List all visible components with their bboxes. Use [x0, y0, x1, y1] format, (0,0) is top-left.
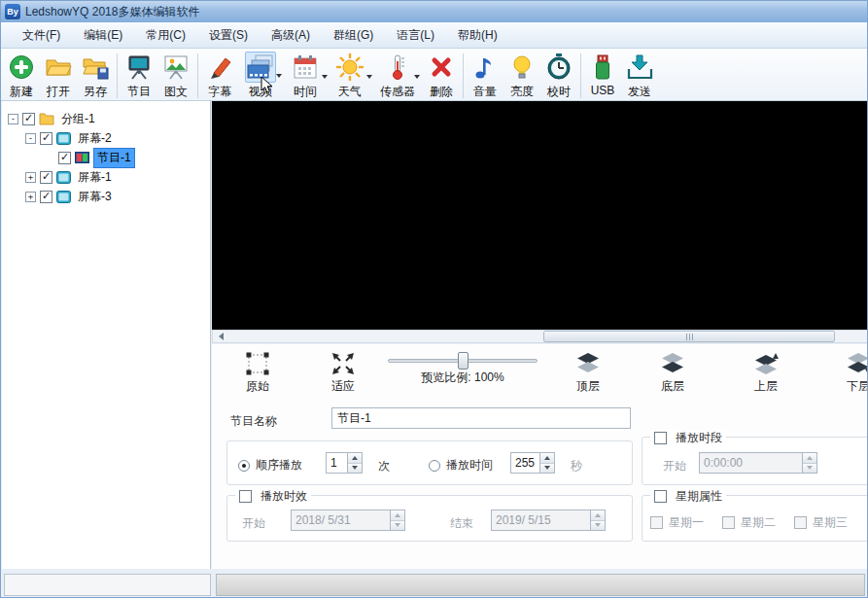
graphic-text-button[interactable]: 图文: [157, 51, 194, 100]
sequence-play-label: 顺序播放: [256, 457, 302, 474]
toolbar-separator: [117, 53, 118, 98]
week-property-label: 星期属性: [676, 488, 722, 505]
menu-group[interactable]: 群组(G): [322, 23, 385, 48]
fit-button[interactable]: 适应: [318, 351, 368, 395]
bulb-icon: [506, 52, 538, 83]
timing-button[interactable]: 校时: [540, 51, 577, 100]
menu-edit[interactable]: 编辑(E): [72, 23, 134, 48]
spin-up-icon[interactable]: [803, 453, 816, 464]
expand-icon[interactable]: +: [25, 172, 36, 183]
validity-end-input[interactable]: [491, 510, 590, 531]
sensor-button[interactable]: 传感器: [372, 51, 423, 100]
screen3-checkbox[interactable]: [40, 191, 52, 203]
send-button[interactable]: 发送: [621, 51, 658, 100]
weather-button[interactable]: 天气: [328, 51, 372, 100]
time-dropdown-arrow-icon[interactable]: [322, 75, 328, 79]
zoom-level-label: 预览比例: 100%: [388, 369, 538, 386]
sequence-count-input[interactable]: [326, 452, 347, 474]
expand-icon[interactable]: +: [25, 192, 36, 202]
tree-item-program1[interactable]: 节目-1: [93, 148, 135, 168]
new-button[interactable]: 新建: [3, 51, 40, 100]
program-preview-canvas[interactable]: [212, 101, 868, 330]
scroll-left-arrow-icon[interactable]: [214, 332, 227, 341]
wednesday-checkbox[interactable]: [794, 516, 807, 529]
subtitle-button[interactable]: 字幕: [201, 51, 238, 100]
save-as-button[interactable]: 另存: [77, 51, 114, 100]
menu-advanced[interactable]: 高级(A): [260, 23, 322, 48]
tree-item-screen3[interactable]: 屏幕-3: [75, 188, 115, 206]
bottom-layer-icon: [660, 351, 685, 376]
spin-down-icon[interactable]: [348, 464, 362, 474]
video-button[interactable]: 视频: [238, 51, 283, 100]
title-bar[interactable]: By LedshowYQ 2018多媒体编辑软件: [1, 1, 867, 22]
tree-item-group1[interactable]: 分组-1: [58, 110, 98, 128]
sensor-dropdown-arrow-icon[interactable]: [414, 75, 420, 79]
period-start-input[interactable]: [699, 452, 802, 474]
week-property-checkbox[interactable]: [654, 490, 667, 503]
program1-checkbox[interactable]: [58, 152, 71, 164]
preview-horizontal-scrollbar[interactable]: [212, 330, 868, 343]
zoom-slider-track[interactable]: [388, 359, 538, 363]
spin-up-icon[interactable]: [540, 453, 554, 464]
play-period-checkbox[interactable]: [654, 432, 667, 444]
program-button[interactable]: 节目: [121, 51, 157, 100]
open-button[interactable]: 打开: [40, 51, 77, 100]
time-button[interactable]: 时间: [283, 51, 328, 100]
menu-help[interactable]: 帮助(H): [446, 23, 509, 48]
tree-item-screen2[interactable]: 屏幕-2: [75, 129, 115, 148]
upper-layer-icon: [753, 351, 779, 376]
window-title: LedshowYQ 2018多媒体编辑软件: [25, 4, 199, 20]
zoom-slider-thumb[interactable]: [458, 352, 469, 369]
brightness-button[interactable]: 亮度: [503, 51, 540, 100]
screen2-checkbox[interactable]: [40, 132, 52, 145]
group1-checkbox[interactable]: [22, 113, 35, 125]
menu-common[interactable]: 常用(C): [134, 23, 197, 48]
sequence-play-radio[interactable]: [238, 460, 250, 472]
volume-button[interactable]: 音量: [467, 51, 503, 100]
collapse-icon[interactable]: -: [8, 114, 18, 124]
play-time-input[interactable]: [510, 452, 539, 474]
video-dropdown-arrow-icon[interactable]: [276, 74, 282, 78]
weekday-tuesday-option: 星期二: [722, 514, 776, 531]
screen1-checkbox[interactable]: [40, 171, 52, 184]
tuesday-label: 星期二: [741, 514, 776, 531]
spin-down-icon[interactable]: [540, 464, 554, 474]
validity-start-input[interactable]: [291, 510, 390, 531]
top-layer-icon: [575, 351, 601, 376]
period-start-spinner: [699, 452, 817, 474]
top-layer-button[interactable]: 顶层: [563, 351, 613, 395]
video-icon: [245, 52, 276, 83]
spin-down-icon[interactable]: [391, 521, 404, 531]
menu-file[interactable]: 文件(F): [11, 23, 72, 48]
tree-item-screen1[interactable]: 屏幕-1: [75, 168, 115, 187]
play-time-radio[interactable]: [429, 460, 440, 472]
collapse-icon[interactable]: -: [25, 133, 36, 144]
spin-down-icon[interactable]: [591, 521, 605, 531]
monday-label: 星期一: [669, 514, 704, 531]
program-name-input[interactable]: [331, 407, 631, 429]
seconds-unit-label: 秒: [571, 458, 582, 475]
menu-settings[interactable]: 设置(S): [197, 23, 260, 48]
scrollbar-thumb[interactable]: [543, 331, 835, 342]
upper-layer-button[interactable]: 上层: [741, 351, 791, 395]
tuesday-checkbox[interactable]: [722, 516, 735, 529]
weather-dropdown-arrow-icon[interactable]: [366, 75, 372, 79]
delete-x-icon: [426, 52, 457, 83]
wednesday-label: 星期三: [813, 514, 848, 531]
original-size-button[interactable]: 原始: [232, 351, 283, 395]
spin-up-icon[interactable]: [348, 453, 362, 464]
validity-start-spinner: [291, 510, 405, 531]
spin-down-icon[interactable]: [803, 464, 816, 474]
usb-label: USB: [591, 84, 615, 97]
monday-checkbox[interactable]: [650, 516, 663, 529]
tree-row-screen2: - 屏幕-2: [2, 128, 210, 148]
usb-button[interactable]: USB: [584, 51, 621, 97]
delete-button[interactable]: 删除: [423, 51, 460, 100]
menu-language[interactable]: 语言(L): [385, 23, 446, 48]
spin-up-icon[interactable]: [591, 510, 605, 521]
lower-layer-button[interactable]: 下层: [833, 351, 868, 395]
period-start-label: 开始: [663, 458, 686, 475]
spin-up-icon[interactable]: [391, 510, 404, 521]
play-validity-checkbox[interactable]: [239, 490, 252, 503]
bottom-layer-button[interactable]: 底层: [647, 351, 698, 395]
